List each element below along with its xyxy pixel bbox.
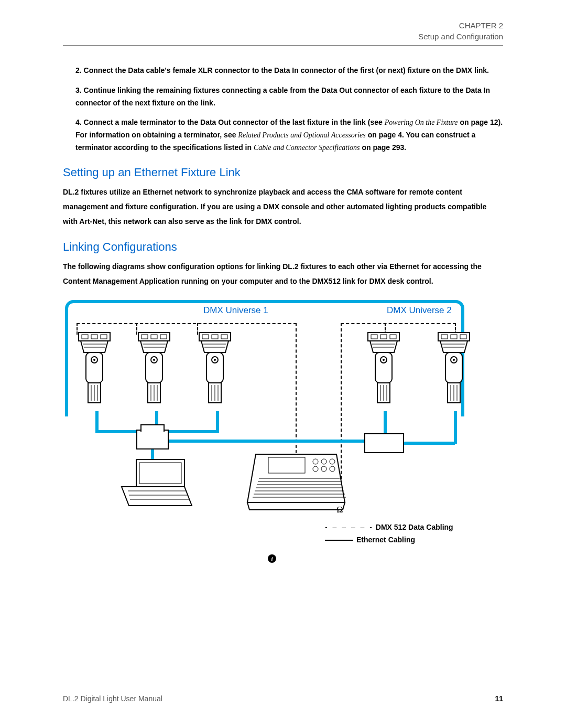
section-label: Setup and Configuration	[63, 31, 503, 42]
manual-title: DL.2 Digital Light User Manual	[63, 694, 162, 703]
ethernet-switch-icon	[364, 433, 404, 453]
dmx-cable-u1	[77, 323, 297, 324]
terminator-omega-icon: Ω	[336, 505, 343, 515]
step-4: 4. Connect a male terminator to the Data…	[63, 116, 503, 154]
eth-h-3	[402, 442, 455, 445]
paragraph-linking: The following diagrams show configuratio…	[63, 259, 503, 288]
fixture-icon	[365, 330, 402, 409]
fixture-icon	[435, 330, 473, 409]
eth-drop-3	[216, 411, 219, 432]
step-4-text-a: Connect a male terminator to the Data Ou…	[84, 118, 385, 126]
step-4-ref2: Related Products and Optional Accessorie…	[238, 131, 365, 139]
page-number: 11	[495, 694, 503, 703]
step-3-number: 3.	[75, 86, 82, 94]
header-rule	[63, 45, 503, 46]
lighting-console-icon	[245, 450, 347, 513]
page-header: CHAPTER 2 Setup and Configuration	[63, 20, 503, 42]
ethernet-switch-icon	[136, 430, 169, 449]
eth-h-1	[95, 430, 138, 433]
dmx-universe-2-label: DMX Universe 2	[387, 305, 452, 316]
svg-rect-26	[199, 333, 231, 341]
step-2-text: Connect the Data cable's female XLR conn…	[84, 66, 489, 74]
svg-rect-39	[368, 333, 399, 341]
page-footer: DL.2 Digital Light User Manual 11	[63, 694, 503, 703]
eth-drop-5	[454, 411, 457, 444]
svg-point-34	[214, 359, 216, 361]
svg-rect-52	[438, 333, 470, 341]
laptop-icon	[117, 456, 196, 509]
dmx-to-console	[296, 323, 297, 453]
fixture-icon	[135, 330, 173, 409]
tip-icon: i	[267, 554, 277, 563]
svg-point-21	[153, 359, 155, 361]
solid-line-icon	[325, 540, 353, 541]
dashed-line-icon: - – – – – -	[325, 523, 374, 531]
step-2-number: 2.	[75, 66, 82, 74]
eth-drop-4	[384, 411, 387, 435]
step-3: 3. Continue linking the remaining fixtur…	[63, 84, 503, 110]
step-4-ref3: Cable and Connector Specifications	[254, 144, 360, 152]
step-4-number: 4.	[75, 118, 82, 126]
step-4-text-d: on page 293.	[362, 143, 406, 152]
legend-dmx-label: DMX 512 Data Cabling	[376, 523, 453, 531]
fixture-icon	[196, 330, 234, 409]
dmx-universe-1-label: DMX Universe 1	[203, 305, 268, 316]
paragraph-ethernet: DL.2 fixtures utilize an Ethernet networ…	[63, 185, 503, 229]
step-4-ref1: Powering On the Fixture	[385, 119, 458, 126]
svg-rect-0	[79, 333, 110, 341]
svg-point-60	[453, 359, 455, 361]
ethernet-frame	[65, 300, 464, 416]
eth-h-2	[168, 430, 219, 433]
linking-diagram: DMX Universe 1 DMX Universe 2	[63, 298, 469, 544]
diagram-legend: - – – – – - DMX 512 Data Cabling Etherne…	[325, 521, 453, 547]
svg-rect-13	[138, 333, 170, 341]
fixture-icon	[75, 330, 113, 409]
dmx-cable-u2	[341, 323, 456, 324]
step-3-text: Continue linking the remaining fixtures …	[75, 86, 490, 107]
legend-eth-label: Ethernet Cabling	[356, 536, 415, 544]
svg-point-8	[93, 359, 95, 361]
eth-drop-1	[95, 411, 99, 432]
step-2: 2. Connect the Data cable's female XLR c…	[63, 65, 503, 77]
svg-point-47	[383, 359, 385, 361]
heading-ethernet-link: Setting up an Ethernet Fixture Link	[63, 166, 503, 179]
eth-to-sw2	[168, 440, 367, 443]
chapter-label: CHAPTER 2	[63, 20, 503, 31]
heading-linking-config: Linking Configurations	[63, 240, 503, 254]
